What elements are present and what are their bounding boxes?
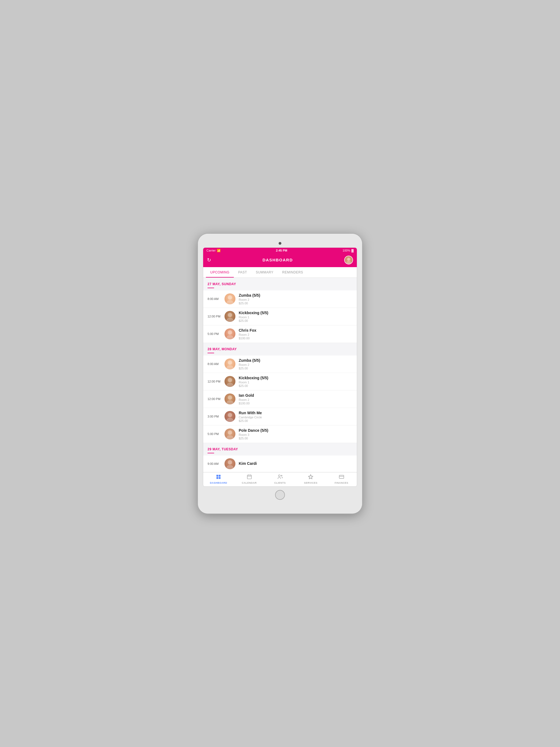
svg-point-28 <box>278 475 280 476</box>
session-name: Kim Cardi <box>239 461 353 466</box>
table-row[interactable]: 9:00 AM Kim Cardi <box>203 456 357 472</box>
session-price: $25.00 <box>239 367 353 370</box>
avatar <box>225 376 235 387</box>
table-row[interactable]: 3:00 PM Run With Me Cambridge Circle $25… <box>203 408 357 426</box>
table-row[interactable]: 5:00 PM Pole Dance (5/5) Room 3 $25.00 <box>203 426 357 443</box>
session-name: Ian Gold <box>239 393 353 397</box>
session-price: $25.00 <box>239 319 353 323</box>
table-row[interactable]: 8:00 AM Zumba (5/5) Room 2 $25.00 <box>203 356 357 373</box>
svg-point-0 <box>347 258 350 261</box>
avatar <box>225 458 235 469</box>
avatar <box>225 411 235 422</box>
user-avatar[interactable] <box>344 256 353 264</box>
nav-label-dashboard: DASHBOARD <box>210 482 227 484</box>
dashboard-icon <box>216 474 221 481</box>
svg-marker-31 <box>309 475 312 478</box>
session-room: Room 1 <box>239 315 353 319</box>
session-room: Cambridge Circle <box>239 416 353 419</box>
svg-point-17 <box>226 435 233 439</box>
session-info: Chris Fox Room 2 $100.00 <box>239 328 353 340</box>
session-time: 5:00 PM <box>207 432 225 436</box>
avatar-image <box>345 256 353 264</box>
session-time: 12:00 PM <box>207 315 225 318</box>
session-name: Pole Dance (5/5) <box>239 428 353 433</box>
session-room: Room 3 <box>239 433 353 436</box>
svg-point-2 <box>228 295 232 300</box>
svg-point-16 <box>228 430 232 435</box>
refresh-button[interactable]: ↻ <box>207 257 211 263</box>
battery-label: 100% <box>342 249 350 252</box>
session-list-3: 9:00 AM Kim Cardi <box>203 456 357 472</box>
nav-label-clients: CLIENTS <box>274 482 286 484</box>
table-row[interactable]: 12:00 PM Ian Gold Room 2 $100.00 <box>203 390 357 408</box>
svg-point-7 <box>226 335 233 339</box>
svg-point-3 <box>226 300 233 304</box>
session-name: Kickboxing (5/5) <box>239 311 353 315</box>
battery-icon: ▓ <box>351 249 354 252</box>
svg-rect-22 <box>217 477 219 479</box>
session-info: Run With Me Cambridge Circle $25.00 <box>239 411 353 422</box>
date-heading-3: 29 MAY, TUESDAY <box>207 447 353 451</box>
svg-point-10 <box>228 378 232 382</box>
svg-point-4 <box>228 313 232 317</box>
front-camera <box>279 242 281 245</box>
table-row[interactable]: 8:00 AM Zumba (5/5) Room 2 $25.00 <box>203 290 357 308</box>
svg-rect-20 <box>217 475 219 476</box>
page-title: DASHBOARD <box>211 258 344 262</box>
avatar <box>225 358 235 369</box>
wifi-icon: 📶 <box>217 249 221 252</box>
nav-label-finances: FINANCES <box>335 482 348 484</box>
date-section-2: 28 MAY, MONDAY <box>203 343 357 356</box>
date-underline-2 <box>207 353 214 353</box>
status-left: Carrier 📶 <box>206 249 221 252</box>
date-underline-3 <box>207 453 214 453</box>
main-content: 27 MAY, SUNDAY 8:00 AM Zumba (5/5) Room … <box>203 278 357 472</box>
nav-item-clients[interactable]: CLIENTS <box>265 474 295 484</box>
status-right: 100% ▓ <box>342 249 354 252</box>
session-time: 3:00 PM <box>207 415 225 418</box>
date-heading-1: 27 MAY, SUNDAY <box>207 282 353 286</box>
session-info: Ian Gold Room 2 $100.00 <box>239 393 353 405</box>
tab-bar: UPCOMING PAST SUMMARY REMINDERS <box>203 267 357 278</box>
tab-summary[interactable]: SUMMARY <box>251 267 278 278</box>
session-info: Zumba (5/5) Room 2 $25.00 <box>239 358 353 370</box>
session-list-2: 8:00 AM Zumba (5/5) Room 2 $25.00 12:00 … <box>203 356 357 443</box>
session-price: $25.00 <box>239 419 353 422</box>
session-room: Room 2 <box>239 398 353 402</box>
table-row[interactable]: 12:00 PM Kickboxing (5/5) Room 1 $25.00 <box>203 373 357 390</box>
svg-point-1 <box>346 261 351 264</box>
session-time: 8:00 AM <box>207 297 225 301</box>
clients-icon <box>277 474 283 481</box>
tab-reminders[interactable]: REMINDERS <box>278 267 308 278</box>
nav-item-dashboard[interactable]: DASHBOARD <box>203 474 234 484</box>
services-icon <box>308 474 313 481</box>
nav-label-calendar: CALENDAR <box>242 482 257 484</box>
session-time: 12:00 PM <box>207 397 225 401</box>
tab-past[interactable]: PAST <box>234 267 251 278</box>
session-price: $100.00 <box>239 337 353 340</box>
table-row[interactable]: 12:00 PM Kickboxing (5/5) Room 1 $25.00 <box>203 308 357 325</box>
avatar <box>225 429 235 439</box>
svg-point-6 <box>228 330 232 335</box>
svg-rect-24 <box>247 475 251 479</box>
nav-item-calendar[interactable]: CALENDAR <box>234 474 264 484</box>
nav-item-services[interactable]: SERVICES <box>295 474 326 484</box>
app-header: ↻ DASHBOARD <box>203 254 357 267</box>
avatar <box>225 328 235 339</box>
session-time: 12:00 PM <box>207 380 225 383</box>
svg-rect-32 <box>339 475 344 479</box>
svg-point-13 <box>226 400 233 404</box>
nav-label-services: SERVICES <box>304 482 317 484</box>
table-row[interactable]: 5:00 PM Chris Fox Room 2 $100.00 <box>203 325 357 343</box>
tab-upcoming[interactable]: UPCOMING <box>206 267 234 278</box>
status-bar: Carrier 📶 2:45 PM 100% ▓ <box>203 248 357 254</box>
session-info: Pole Dance (5/5) Room 3 $25.00 <box>239 428 353 440</box>
nav-item-finances[interactable]: FINANCES <box>326 474 357 484</box>
session-info: Kickboxing (5/5) Room 1 $25.00 <box>239 311 353 323</box>
home-button[interactable] <box>275 490 285 500</box>
date-heading-2: 28 MAY, MONDAY <box>207 347 353 351</box>
session-name: Kickboxing (5/5) <box>239 376 353 380</box>
session-time: 5:00 PM <box>207 332 225 335</box>
svg-point-29 <box>281 475 282 476</box>
avatar <box>225 393 235 404</box>
